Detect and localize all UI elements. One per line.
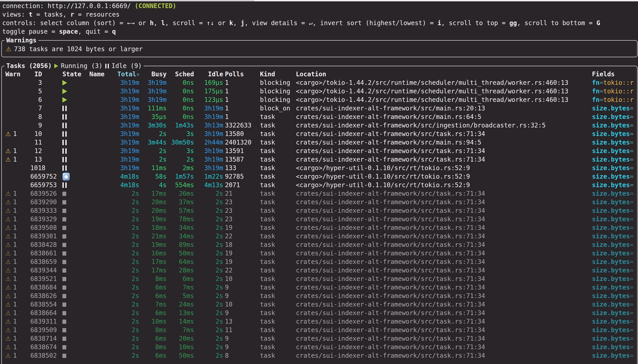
duration-value: 3s: [186, 147, 194, 154]
duration-value: 26ms: [179, 190, 194, 197]
idle-state-icon: [105, 64, 109, 68]
task-row[interactable]: ⚠168386642s6ms13ms2s9taskcrates/sui-inde…: [0, 309, 638, 317]
task-row[interactable]: ⚠168393332s20ms57ms2s23taskcrates/sui-in…: [0, 206, 638, 215]
cell-polls: 13580: [225, 130, 258, 138]
scrollbar-thumb-icon[interactable]: [0, 0, 254, 1]
task-row[interactable]: ⚠168393442s17ms28ms2s22taskcrates/sui-in…: [0, 266, 638, 275]
task-row[interactable]: ⚠1103h19m2s3s3h19m13580taskcrates/sui-in…: [0, 130, 638, 138]
column-header-sched[interactable]: Sched: [168, 70, 194, 78]
duration-value: 2s: [132, 258, 139, 266]
task-row[interactable]: 113h19m3m44s30m50s2h44m2401320taskcrates…: [0, 138, 638, 147]
cell-state: [62, 266, 76, 275]
cell-sched: 26ms: [168, 190, 194, 198]
text-token: t: [29, 11, 32, 18]
task-row[interactable]: 63h19m3h19m0ns123µs1blocking<cargo>/toki…: [0, 96, 638, 104]
cell-sched: 0ns: [168, 104, 194, 113]
column-header-warn[interactable]: Warn: [6, 70, 28, 78]
task-row[interactable]: ⚠168386592s17ms64ms2s19taskcrates/sui-in…: [0, 258, 638, 266]
cell-id: 6838664: [30, 309, 57, 317]
cell-total: 2s: [114, 334, 139, 343]
cell-fields: size.bytes=: [592, 292, 636, 300]
field-separator: =: [630, 122, 634, 129]
task-row[interactable]: 66597524m18s58s1m57s1m22s92785task<cargo…: [0, 172, 638, 181]
task-row[interactable]: ⚠168387142s6ms20ms2s9taskcrates/sui-inde…: [0, 334, 638, 343]
task-row[interactable]: ⚠168395092s8ms7ms2s11taskcrates/sui-inde…: [0, 326, 638, 334]
field-separator: =: [630, 232, 634, 240]
cell-name: [89, 155, 114, 164]
task-row[interactable]: 83h19m35µs0ns3h19m1taskcrates/sui-indexe…: [0, 113, 638, 121]
column-header-loc[interactable]: Location: [296, 70, 590, 78]
duration-value: 3h19m: [120, 130, 139, 138]
task-row[interactable]: 10183h19m11ms2ms3h19m133task<cargo>/hype…: [0, 164, 638, 172]
cell-idle: 2s: [196, 266, 223, 275]
window-scrollbar[interactable]: [0, 0, 638, 1]
duration-value: 2s: [216, 224, 223, 231]
warning-icon: ⚠: [6, 198, 11, 206]
column-header-polls[interactable]: Polls: [225, 70, 258, 78]
duration-value: 24ms: [179, 301, 194, 308]
cell-fields: size.bytes=: [592, 343, 636, 352]
text-token: toggle pause =: [2, 28, 59, 35]
duration-value: 2s: [132, 266, 139, 274]
field-key: size.bytes: [592, 266, 630, 274]
task-row[interactable]: ⚠168393012s21ms34ms2s22taskcrates/sui-in…: [0, 232, 638, 240]
task-row[interactable]: 66597534m18s4s554ms4m13s2071task<cargo>/…: [0, 181, 638, 190]
cell-warn: ⚠1: [6, 309, 28, 317]
cell-total: 2s: [114, 206, 139, 215]
task-row[interactable]: ⚠168395212s8ms6ms2s10taskcrates/sui-inde…: [0, 275, 638, 283]
warning-icon: ⚠: [6, 45, 11, 54]
task-row[interactable]: ⚠1123h19m2s3s3h19m13591taskcrates/sui-in…: [0, 147, 638, 155]
cell-location: crates/sui-indexer-alt-framework/src/tas…: [296, 258, 590, 266]
task-row[interactable]: 73h19m111ms0ns3h19m1block_oncrates/sui-i…: [0, 104, 638, 113]
task-row[interactable]: ⚠168393112s10ms14ms2s13taskcrates/sui-in…: [0, 317, 638, 326]
task-row[interactable]: ⚠168395262s17ms26ms2s21taskcrates/sui-in…: [0, 190, 638, 198]
cell-kind: task: [260, 181, 296, 190]
cell-warn: ⚠1: [6, 258, 28, 266]
field-key: size.bytes: [592, 352, 630, 359]
duration-value: 3h19m: [204, 147, 223, 154]
task-row[interactable]: ⚠168385542s7ms24ms2s10taskcrates/sui-ind…: [0, 300, 638, 309]
warning-count: 1: [13, 292, 17, 300]
task-row[interactable]: ⚠168385022s6ms50ms2s8taskcrates/sui-inde…: [0, 352, 638, 360]
column-header-state[interactable]: State: [62, 70, 76, 78]
task-row[interactable]: ⚠168395082s18ms34ms2s19taskcrates/sui-in…: [0, 224, 638, 232]
column-header-fields[interactable]: Fields: [592, 70, 636, 78]
field-key: size.bytes: [592, 122, 630, 129]
duration-value: 2s: [216, 335, 223, 342]
field-separator: =: [630, 224, 634, 231]
task-row[interactable]: 53h19m3h19m0ns175µs1blocking<cargo>/toki…: [0, 87, 638, 96]
task-row[interactable]: ⚠168386842s6ms7ms2s9taskcrates/sui-index…: [0, 283, 638, 292]
task-row[interactable]: ⚠168393292s19ms78ms2s23taskcrates/sui-in…: [0, 215, 638, 224]
cell-sched: 24ms: [168, 300, 194, 309]
column-header-name[interactable]: Name: [89, 70, 114, 78]
column-header-kind[interactable]: Kind: [260, 70, 296, 78]
field-key: size.bytes: [592, 113, 630, 120]
cell-state: [62, 249, 76, 258]
task-row[interactable]: ⚠1133h19m2s2s3h19m13587taskcrates/sui-in…: [0, 155, 638, 164]
warnings-panel: Warnings ⚠ 738 tasks are 1024 bytes or l…: [1, 40, 638, 57]
cell-polls: 10: [225, 275, 258, 283]
column-header-total[interactable]: Total▿: [114, 70, 139, 78]
task-row[interactable]: ⚠168384282s19ms89ms2s18taskcrates/sui-in…: [0, 240, 638, 249]
cell-idle: 1m22s: [196, 172, 223, 181]
views-line: views: t = tasks, r = resources: [2, 10, 638, 19]
task-row[interactable]: ⚠168386742s8ms10ms2s9taskcrates/sui-inde…: [0, 343, 638, 352]
cell-location: crates/sui-indexer-alt-framework/src/tas…: [296, 317, 590, 326]
task-row[interactable]: 33h19m3h19m0ns169µs1blocking<cargo>/toki…: [0, 78, 638, 87]
column-header-id[interactable]: ID: [30, 70, 42, 78]
task-row[interactable]: ⚠168386612s16ms50ms2s19taskcrates/sui-in…: [0, 249, 638, 258]
cell-sched: 30m50s: [168, 138, 194, 147]
duration-value: 0ns: [182, 113, 194, 120]
state-completed-icon: [62, 217, 66, 222]
task-row[interactable]: ⚠168386262s6ms5ms2s9taskcrates/sui-index…: [0, 292, 638, 300]
cell-busy: 18ms: [141, 224, 166, 232]
task-row[interactable]: 93h19m3m30s1m43s3h13m3322633taskcrates/s…: [0, 121, 638, 130]
state-completed-icon: [62, 336, 66, 341]
cell-name: [89, 292, 114, 300]
field-separator: =: [630, 326, 634, 334]
field-key: size.bytes: [592, 250, 630, 257]
column-header-busy[interactable]: Busy: [141, 70, 166, 78]
duration-value: 2s: [216, 232, 223, 240]
column-header-idle[interactable]: Idle: [196, 70, 223, 78]
task-row[interactable]: ⚠168392902s20ms37ms2s23taskcrates/sui-in…: [0, 198, 638, 206]
